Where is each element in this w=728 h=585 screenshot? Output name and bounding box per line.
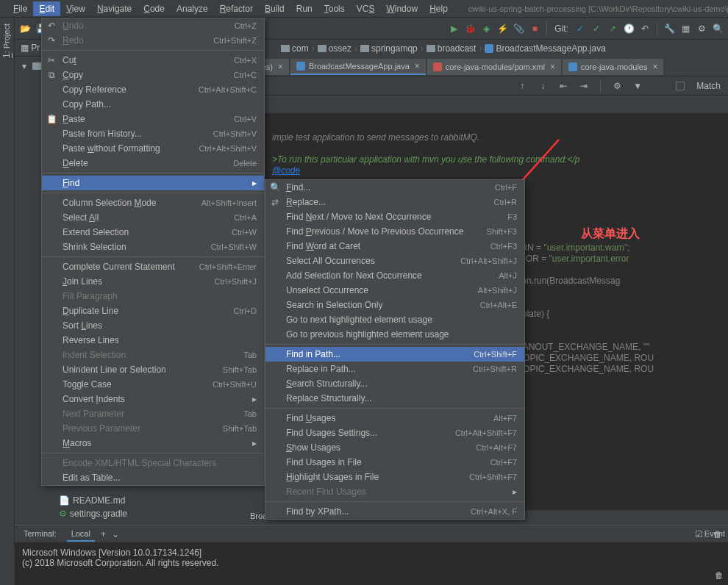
menu-item-cut[interactable]: ✂CutCtrl+X	[42, 53, 264, 68]
menu-item-copy-path-[interactable]: Copy Path...	[42, 97, 264, 112]
menu-edit[interactable]: Edit	[33, 1, 60, 16]
breadcrumb-item[interactable]: BroadcastMessageApp.java	[485, 43, 605, 54]
menu-run[interactable]: Run	[290, 1, 318, 16]
menu-item-find-next-move-to-next-occurrence[interactable]: Find Next / Move to Next OccurrenceF3	[265, 209, 524, 224]
menu-item-duplicate-line[interactable]: Duplicate LineCtrl+D	[42, 304, 264, 318]
menu-item-paste[interactable]: 📋PasteCtrl+V	[42, 112, 264, 126]
menu-vcs[interactable]: VCS	[351, 1, 381, 16]
menu-item-highlight-usages-in-file[interactable]: Highlight Usages in FileCtrl+Shift+F7	[265, 470, 524, 484]
menu-item-select-all-occurrences[interactable]: Select All OccurrencesCtrl+Alt+Shift+J	[265, 254, 524, 268]
profile-icon[interactable]: ⚡	[496, 23, 508, 35]
menu-view[interactable]: View	[60, 1, 91, 16]
menu-item-find[interactable]: Find▸	[42, 176, 264, 190]
menu-item-search-in-selection-only[interactable]: Search in Selection OnlyCtrl+Alt+E	[265, 298, 524, 312]
project-side-tab[interactable]: 1: Project	[0, 18, 13, 64]
wrench-icon[interactable]: 🔧	[663, 23, 675, 35]
git-rollback-icon[interactable]: ↶	[639, 23, 651, 35]
menu-item-paste-from-history-[interactable]: Paste from History...Ctrl+Shift+V	[42, 126, 264, 141]
menu-item-find-word-at-caret[interactable]: Find Word at CaretCtrl+F3	[265, 239, 524, 254]
editor-tab[interactable]: core-java-modules/pom.xml×	[427, 59, 561, 75]
editor-tab[interactable]: BroadcastMessageApp.java×	[290, 59, 426, 75]
menu-item-find-[interactable]: 🔍Find...Ctrl+F	[265, 180, 524, 195]
menu-item-copy-reference[interactable]: Copy ReferenceCtrl+Alt+Shift+C	[42, 82, 264, 97]
menu-item-unindent-line-or-selection[interactable]: Unindent Line or SelectionShift+Tab	[42, 362, 264, 377]
menu-item-extend-selection[interactable]: Extend SelectionCtrl+W	[42, 225, 264, 240]
menu-item-complete-current-statement[interactable]: Complete Current StatementCtrl+Shift+Ent…	[42, 259, 264, 274]
menu-tools[interactable]: Tools	[318, 1, 351, 16]
menu-item-sort-lines[interactable]: Sort Lines	[42, 318, 264, 333]
menu-item-convert-indents[interactable]: Convert Indents▸	[42, 392, 264, 406]
menu-code[interactable]: Code	[138, 1, 171, 16]
menu-item-toggle-case[interactable]: Toggle CaseCtrl+Shift+U	[42, 377, 264, 392]
menu-item-reverse-lines[interactable]: Reverse Lines	[42, 333, 264, 348]
stop-icon[interactable]: ■	[529, 23, 540, 35]
menu-navigate[interactable]: Navigate	[91, 1, 138, 16]
menu-item-copy[interactable]: ⧉CopyCtrl+C	[42, 68, 264, 82]
tree-item[interactable]: ⚙ settings.gradle	[44, 507, 130, 520]
menu-item-replace-[interactable]: ⇄Replace...Ctrl+R	[265, 195, 524, 209]
tree-item[interactable]: 📄 README.md	[44, 494, 130, 507]
menu-item-join-lines[interactable]: Join LinesCtrl+Shift+J	[42, 274, 264, 289]
menu-item-unselect-occurrence[interactable]: Unselect OccurrenceAlt+Shift+J	[265, 283, 524, 298]
editor-tab[interactable]: core-java-modules×	[563, 59, 664, 75]
run-icon[interactable]: ▶	[448, 23, 460, 35]
breadcrumb-item[interactable]: springamqp	[360, 43, 418, 54]
menu-item-find-usages-settings-[interactable]: Find Usages Settings...Ctrl+Alt+Shift+F7	[265, 426, 524, 440]
menu-file[interactable]: File	[7, 1, 33, 16]
menu-window[interactable]: Window	[380, 1, 424, 16]
git-push-icon[interactable]: ↗	[607, 23, 618, 35]
coverage-icon[interactable]: ◈	[480, 23, 492, 35]
close-icon[interactable]: ×	[278, 62, 283, 72]
menu-item-go-to-previous-highlighted-element-usage[interactable]: Go to previous highlighted element usage	[265, 327, 524, 342]
menu-analyze[interactable]: Analyze	[171, 1, 214, 16]
filter-icon[interactable]: ▼	[632, 80, 643, 92]
more-icon[interactable]: ⌄	[112, 529, 119, 539]
menu-item-find-usages[interactable]: Find UsagesAlt+F7	[265, 411, 524, 426]
open-icon[interactable]: 📂	[19, 23, 31, 35]
search-everywhere-icon[interactable]: 🔍	[712, 23, 724, 35]
menu-item-add-selection-for-next-occurrence[interactable]: Add Selection for Next OccurrenceAlt+J	[265, 268, 524, 283]
match-checkbox[interactable]	[676, 82, 685, 90]
trash-icon[interactable]: 🗑	[715, 570, 724, 581]
nav-arrow-icon[interactable]: ↓	[537, 80, 549, 92]
menu-refactor[interactable]: Refactor	[214, 1, 259, 16]
breadcrumb-item[interactable]: ossez	[318, 43, 351, 54]
git-history-icon[interactable]: 🕐	[623, 23, 635, 35]
menu-item-column-selection-mode[interactable]: Column Selection ModeAlt+Shift+Insert	[42, 195, 264, 210]
close-icon[interactable]: ×	[415, 61, 420, 71]
menu-item-go-to-next-highlighted-element-usage[interactable]: Go to next highlighted element usage	[265, 312, 524, 327]
menu-item-edit-as-table-[interactable]: Edit as Table...	[42, 470, 264, 485]
menu-item-show-usages[interactable]: Show UsagesCtrl+Alt+F7	[265, 440, 524, 455]
attach-icon[interactable]: 📎	[513, 23, 524, 35]
breadcrumb-item[interactable]: com	[281, 43, 309, 54]
select-icon[interactable]: ☑	[693, 528, 704, 540]
menu-item-replace-in-path-[interactable]: Replace in Path...Ctrl+Shift+R	[265, 362, 524, 376]
menu-build[interactable]: Build	[259, 1, 290, 16]
project-dropdown[interactable]: ▦ Pr	[21, 43, 40, 53]
menu-help[interactable]: Help	[424, 1, 454, 16]
menu-item-find-usages-in-file[interactable]: Find Usages in FileCtrl+F7	[265, 455, 524, 470]
menu-item-macros[interactable]: Macros▸	[42, 436, 264, 451]
debug-icon[interactable]: 🐞	[464, 23, 476, 35]
menu-item-select-all[interactable]: Select AllCtrl+A	[42, 210, 264, 225]
menu-item-replace-structurally-[interactable]: Replace Structurally...	[265, 391, 524, 406]
terminal-label[interactable]: Terminal:	[19, 527, 61, 542]
menu-item-find-previous-move-to-previous-occurrence[interactable]: Find Previous / Move to Previous Occurre…	[265, 224, 524, 239]
menu-item-paste-without-formatting[interactable]: Paste without FormattingCtrl+Alt+Shift+V	[42, 141, 264, 156]
nav-arrow-icon[interactable]: ⇥	[578, 80, 590, 92]
sdk-icon[interactable]: ⚙	[696, 23, 707, 35]
settings-icon[interactable]: ⚙	[611, 80, 623, 92]
menu-item-find-by-xpath-[interactable]: Find by XPath...Ctrl+Alt+X, F	[265, 504, 524, 519]
close-icon[interactable]: ×	[550, 62, 555, 72]
breadcrumb-item[interactable]: broadcast	[427, 43, 477, 54]
close-icon[interactable]: ×	[652, 62, 657, 72]
structure-icon[interactable]: ▦	[679, 23, 691, 35]
menu-item-delete[interactable]: DeleteDelete	[42, 156, 264, 171]
add-tab-icon[interactable]: +	[101, 529, 106, 539]
nav-arrow-icon[interactable]: ↑	[516, 80, 528, 92]
menu-item-search-structurally-[interactable]: Search Structurally...	[265, 376, 524, 391]
event-log-tab[interactable]: Event	[704, 529, 725, 538]
git-commit-icon[interactable]: ✓	[590, 23, 602, 35]
menu-item-shrink-selection[interactable]: Shrink SelectionCtrl+Shift+W	[42, 240, 264, 254]
terminal-local-tab[interactable]: Local	[67, 527, 95, 542]
